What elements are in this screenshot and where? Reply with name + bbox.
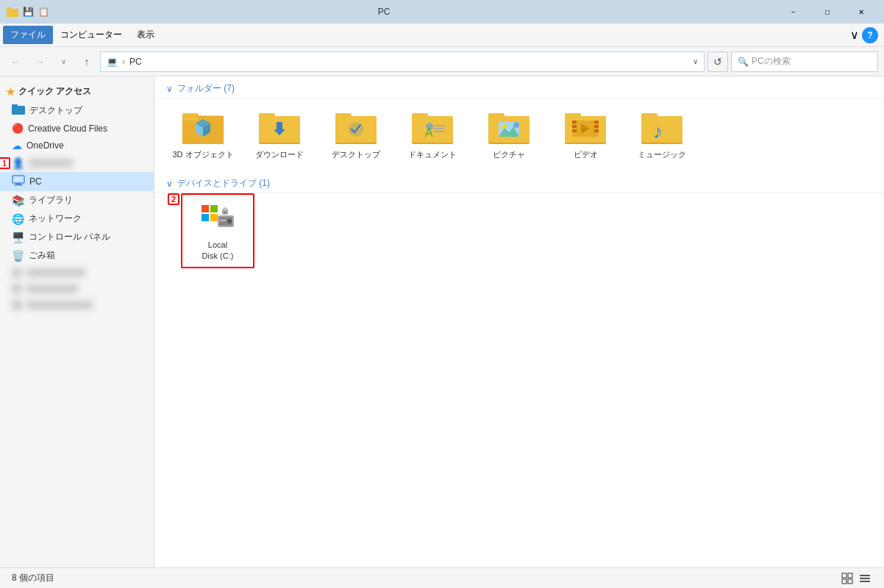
sidebar-item-onedrive[interactable]: ☁ OneDrive	[0, 137, 154, 154]
ribbon-toggle[interactable]: ∨	[850, 28, 859, 42]
back-button[interactable]: ←	[6, 51, 26, 72]
svg-rect-54	[202, 214, 209, 221]
minimize-button[interactable]: −	[777, 0, 810, 24]
folder-desktop[interactable]: デスクトップ	[319, 104, 393, 165]
search-icon: 🔍	[738, 57, 749, 67]
sidebar-item-user[interactable]: 1 👤	[0, 154, 154, 172]
folder-desktop-label: デスクトップ	[332, 149, 380, 159]
folder-documents-label: ドキュメント	[408, 149, 457, 159]
annotation-2: 2	[168, 193, 179, 205]
folders-section-title: フォルダー (7)	[177, 82, 235, 95]
status-bar: 8 個の項目	[0, 567, 884, 588]
folder-documents[interactable]: A ドキュメント	[396, 104, 469, 165]
sidebar-item-recycle[interactable]: 🗑️ ごみ箱	[0, 246, 154, 265]
address-dropdown[interactable]: ∨	[693, 57, 698, 65]
folder-videos[interactable]: ビデオ	[549, 104, 622, 165]
folder-music[interactable]: ♪ ミュージック	[625, 104, 699, 165]
network-icon: 🌐	[12, 213, 24, 225]
menu-view[interactable]: 表示	[129, 26, 162, 44]
sidebar-onedrive-label: OneDrive	[26, 140, 64, 151]
drives-section-title: デバイスとドライブ (1)	[177, 177, 270, 190]
folder-pictures[interactable]: ピクチャ	[472, 104, 546, 165]
search-placeholder: PCの検索	[752, 55, 791, 68]
close-button[interactable]: ✕	[844, 0, 878, 24]
folder-videos-icon	[565, 110, 606, 146]
quick-access-label: クイック アクセス	[18, 85, 91, 98]
address-pc-icon: 💻	[107, 57, 118, 67]
toolbar: ← → ∨ ↑ 💻 › PC ∨ ↺ 🔍 PCの検索	[0, 47, 884, 76]
svg-point-62	[224, 212, 227, 214]
star-icon: ★	[6, 86, 15, 98]
quick-access-header: ★ クイック アクセス	[0, 82, 154, 101]
svg-rect-68	[860, 578, 870, 579]
svg-rect-44	[594, 121, 599, 123]
folder-3d-label: 3D オブジェクト	[172, 149, 233, 159]
refresh-button[interactable]: ↺	[707, 51, 728, 72]
maximize-button[interactable]: □	[810, 0, 844, 24]
folders-grid: 3D オブジェクト ダウンロード	[154, 98, 884, 171]
sidebar-item-creative-cloud[interactable]: 🔴 Creative Cloud Files	[0, 120, 154, 137]
folder-desktop-icon	[335, 110, 377, 146]
folder-pictures-label: ピクチャ	[493, 149, 525, 159]
folders-collapse-arrow[interactable]: ∨	[166, 84, 173, 94]
recycle-icon: 🗑️	[12, 250, 24, 262]
blurred-label-2	[26, 284, 78, 293]
search-box[interactable]: 🔍 PCの検索	[731, 51, 878, 72]
blurred-label-1	[26, 268, 85, 277]
svg-rect-5	[15, 183, 21, 184]
window-title: PC	[0, 7, 774, 17]
main-layout: ★ クイック アクセス デスクトップ 🔴 Creative Cloud File…	[0, 76, 884, 567]
sidebar-item-library[interactable]: 📚 ライブラリ	[0, 191, 154, 209]
svg-rect-42	[572, 125, 577, 128]
sidebar-item-network[interactable]: 🌐 ネットワーク	[0, 209, 154, 228]
svg-point-35	[502, 124, 507, 129]
blurred-label-3	[26, 301, 93, 309]
menu-computer[interactable]: コンピューター	[53, 26, 129, 44]
folder-downloads-label: ダウンロード	[255, 149, 304, 159]
drive-local-disk[interactable]: 2	[181, 193, 254, 268]
sidebar-item-control-panel[interactable]: 🖥️ コントロール パネル	[0, 228, 154, 246]
folder-downloads[interactable]: ダウンロード	[243, 104, 316, 165]
folder-music-icon: ♪	[641, 110, 682, 146]
svg-rect-59	[219, 220, 227, 221]
dropdown-nav-button[interactable]: ∨	[53, 51, 74, 72]
svg-rect-52	[202, 205, 209, 212]
svg-point-58	[227, 219, 232, 223]
sidebar-item-desktop[interactable]: デスクトップ	[0, 101, 154, 120]
sidebar-recycle-label: ごみ箱	[29, 249, 55, 262]
drives-section: 2	[154, 193, 884, 274]
folder-3d-objects[interactable]: 3D オブジェクト	[166, 104, 240, 165]
folder-download-icon	[259, 110, 300, 146]
address-bar[interactable]: 💻 › PC ∨	[100, 51, 705, 72]
title-bar: 💾 📋 PC − □ ✕	[0, 0, 884, 24]
svg-rect-65	[842, 579, 846, 584]
svg-point-36	[513, 122, 519, 128]
item-count: 8 個の項目	[12, 572, 54, 584]
folder-videos-label: ビデオ	[574, 149, 598, 159]
blurred-icon-3	[12, 300, 22, 310]
drives-collapse-arrow[interactable]: ∨	[166, 179, 173, 189]
sidebar-cc-label: Creative Cloud Files	[28, 123, 107, 134]
sidebar-item-blurred3	[0, 297, 154, 313]
desktop-folder-icon	[12, 104, 25, 117]
svg-rect-45	[594, 125, 599, 128]
folders-section-header: ∨ フォルダー (7)	[154, 76, 884, 98]
library-icon: 📚	[12, 195, 24, 207]
grid-view-button[interactable]	[840, 571, 855, 586]
address-path: PC	[129, 57, 688, 67]
svg-rect-27	[434, 125, 446, 126]
sidebar-item-pc[interactable]: PC	[0, 172, 154, 191]
svg-rect-6	[14, 184, 23, 186]
svg-rect-69	[860, 581, 870, 582]
list-view-button[interactable]	[858, 571, 872, 586]
svg-rect-41	[572, 121, 577, 123]
svg-text:♪: ♪	[653, 121, 663, 143]
up-button[interactable]: ↑	[76, 51, 97, 72]
folder-music-label: ミュージック	[638, 149, 686, 159]
help-button[interactable]: ?	[862, 27, 878, 43]
svg-rect-28	[434, 128, 444, 129]
forward-button[interactable]: →	[29, 51, 50, 72]
menu-file[interactable]: ファイル	[3, 26, 53, 44]
drives-section-header: ∨ デバイスとドライブ (1)	[154, 171, 884, 193]
window-controls: − □ ✕	[777, 0, 878, 24]
